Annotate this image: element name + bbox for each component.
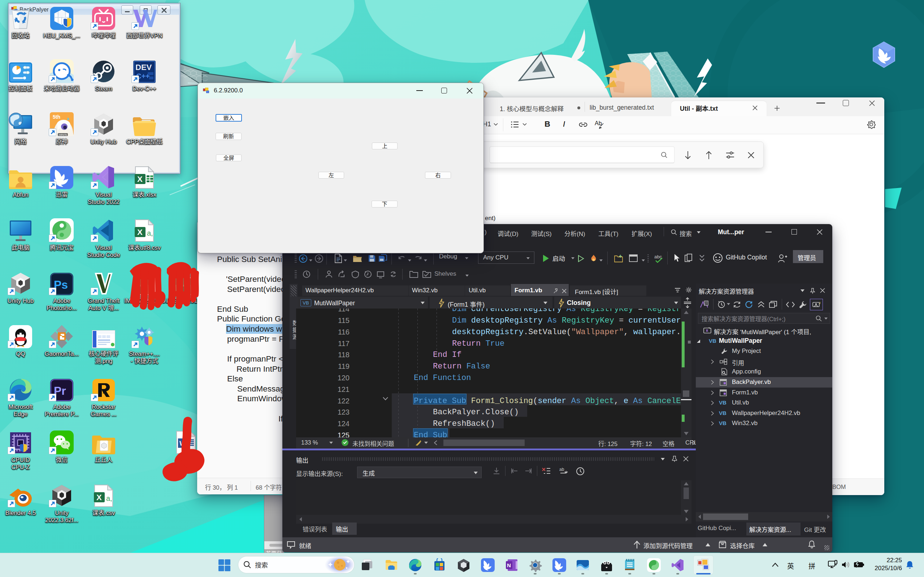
svg-text:X: X — [137, 228, 143, 237]
svg-text:W: W — [179, 440, 186, 447]
svg-text:miHoYo: miHoYo — [59, 134, 67, 136]
svg-text:5th: 5th — [53, 114, 60, 120]
svg-text:ab: ab — [559, 467, 564, 472]
svg-text:DEV: DEV — [136, 63, 152, 72]
svg-text:a,: a, — [106, 494, 112, 502]
svg-text:N: N — [507, 562, 511, 568]
svg-text:abc: abc — [654, 254, 662, 259]
svg-text:X: X — [96, 493, 102, 502]
svg-text:X: X — [137, 175, 143, 184]
svg-text:Ab: Ab — [595, 120, 602, 126]
svg-text:a,: a, — [147, 229, 153, 237]
